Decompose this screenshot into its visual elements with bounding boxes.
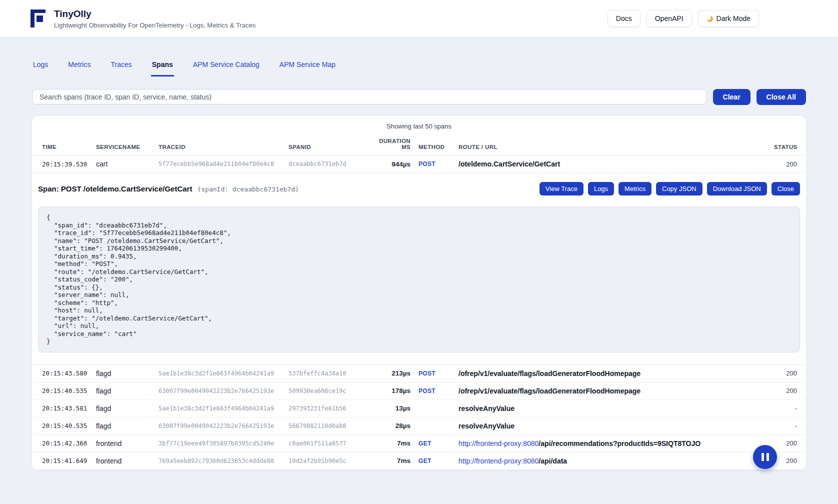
- span-duration: 28µs: [372, 417, 414, 434]
- col-status: STATUS: [770, 132, 806, 156]
- brand: TinyOlly Lightweight Observability For O…: [30, 8, 256, 29]
- dark-mode-button[interactable]: Dark Mode: [698, 10, 759, 27]
- tab-metrics[interactable]: Metrics: [67, 60, 92, 76]
- span-id: 10d2af2b91b90e5c: [284, 452, 372, 470]
- span-method: POST: [414, 382, 454, 400]
- span-trace-id: 63007f99e0049042223b2e766425193e: [154, 417, 284, 434]
- span-service: frontend: [92, 434, 154, 452]
- span-method: GET: [414, 452, 454, 470]
- tab-spans[interactable]: Spans: [151, 60, 174, 76]
- span-detail-id: (spanId: dceaabbc6731eb7d): [197, 186, 299, 193]
- span-time: 20:15:40.535: [32, 382, 92, 400]
- span-duration: 178µs: [372, 382, 414, 400]
- main-content: Logs Metrics Traces Spans APM Service Ca…: [0, 60, 838, 470]
- span-route: http://frontend-proxy:8080/api/recommend…: [454, 434, 770, 452]
- app-logo-icon: [30, 8, 47, 28]
- span-service: flagd: [92, 364, 154, 382]
- route-path: resolveAnyValue: [458, 422, 514, 430]
- span-detail-name: Span: POST /oteldemo.CartService/GetCart: [38, 184, 192, 193]
- span-status: 200: [770, 364, 806, 382]
- route-host-link[interactable]: http://frontend-proxy:8080: [458, 440, 538, 448]
- col-duration-ms: DURATION MS: [372, 132, 414, 156]
- pause-stream-button[interactable]: [753, 445, 777, 469]
- span-trace-id: 5f77ecebb5e968ad4e211b04ef80e4c8: [154, 156, 284, 173]
- span-method: [414, 417, 454, 434]
- span-trace-id: 769a5eeb892c79360d623653c4ddde88: [154, 452, 284, 470]
- download-json-button[interactable]: Download JSON: [707, 182, 767, 196]
- metrics-button[interactable]: Metrics: [618, 182, 652, 196]
- span-trace-id: 63007f99e0049042223b2e766425193e: [154, 382, 284, 400]
- search-input[interactable]: [32, 89, 707, 104]
- app-header: TinyOlly Lightweight Observability For O…: [0, 0, 838, 38]
- table-row[interactable]: 20:15:40.535 flagd 63007f99e0049042223b2…: [32, 382, 806, 400]
- span-time: 20:15:43.580: [32, 364, 92, 382]
- span-id: c0ae001f511a8577: [284, 434, 372, 452]
- route-path: /ofrep/v1/evaluate/flags/loadGeneratorFl…: [458, 370, 640, 378]
- span-service: cart: [92, 156, 154, 173]
- span-route: resolveAnyValue: [454, 417, 770, 434]
- span-detail-actions: View Trace Logs Metrics Copy JSON Downlo…: [540, 182, 800, 196]
- span-method: [414, 400, 454, 417]
- openapi-button[interactable]: OpenAPI: [646, 10, 692, 27]
- span-duration: 213µs: [372, 364, 414, 382]
- tab-traces[interactable]: Traces: [110, 60, 132, 76]
- route-path: /oteldemo.CartService/GetCart: [458, 160, 560, 168]
- table-row[interactable]: 20:15:43.581 flagd 5ae1b1e38c3d2f1e663f4…: [32, 400, 806, 417]
- docs-button[interactable]: Docs: [608, 10, 640, 27]
- moon-icon: [706, 16, 713, 22]
- route-path: resolveAnyValue: [458, 404, 514, 412]
- tab-apm-service-map[interactable]: APM Service Map: [278, 60, 336, 76]
- view-trace-button[interactable]: View Trace: [540, 182, 584, 196]
- span-service: frontend: [92, 452, 154, 470]
- span-method: GET: [414, 434, 454, 452]
- table-row[interactable]: 20:15:41.649 frontend 769a5eeb892c79360d…: [32, 452, 806, 470]
- col-spanid: SPANID: [284, 132, 372, 156]
- span-time: 20:15:39.530: [32, 156, 92, 173]
- span-id: 56679882110d0ab8: [284, 417, 372, 434]
- span-route: /ofrep/v1/evaluate/flags/loadGeneratorFl…: [454, 382, 770, 400]
- col-servicename: SERVICENAME: [92, 132, 154, 156]
- route-path: /api/recommendations?productIds=9SIQT8TO…: [538, 440, 700, 448]
- span-id: 297393231fe61b56: [284, 400, 372, 417]
- span-json-view: { "span_id": "dceaabbc6731eb7d", "trace_…: [38, 206, 800, 352]
- span-status: 200: [770, 156, 806, 173]
- close-all-button[interactable]: Close All: [756, 89, 806, 105]
- tab-apm-service-catalog[interactable]: APM Service Catalog: [192, 60, 260, 76]
- span-detail-row: Span: POST /oteldemo.CartService/GetCart…: [32, 173, 806, 365]
- tab-bar: Logs Metrics Traces Spans APM Service Ca…: [32, 60, 806, 76]
- route-host-link[interactable]: http://frontend-proxy:8080: [458, 457, 538, 465]
- span-route: /ofrep/v1/evaluate/flags/loadGeneratorFl…: [454, 364, 770, 382]
- copy-json-button[interactable]: Copy JSON: [656, 182, 702, 196]
- logs-button[interactable]: Logs: [588, 182, 614, 196]
- span-id: 509930ea606ce19c: [284, 382, 372, 400]
- dark-mode-label: Dark Mode: [716, 14, 750, 22]
- close-button[interactable]: Close: [772, 182, 800, 196]
- table-header-row: TIME SERVICENAME TRACEID SPANID DURATION…: [32, 132, 806, 156]
- span-service: flagd: [92, 417, 154, 434]
- span-time: 20:15:42.360: [32, 434, 92, 452]
- span-method: POST: [414, 364, 454, 382]
- spans-table-card: Showing last 50 spans TIME SERVICENAME T…: [32, 116, 806, 470]
- span-detail-header: Span: POST /oteldemo.CartService/GetCart…: [32, 173, 806, 200]
- span-route: resolveAnyValue: [454, 400, 770, 417]
- span-id: 537bfeffc4a34a10: [284, 364, 372, 382]
- span-time: 20:15:40.535: [32, 417, 92, 434]
- table-row[interactable]: 20:15:42.360 frontend 3bf77c19eee49f3058…: [32, 434, 806, 452]
- span-status: 200: [770, 382, 806, 400]
- span-trace-id: 3bf77c19eee49f305897b0395cd5240e: [154, 434, 284, 452]
- table-row[interactable]: 20:15:40.535 flagd 63007f99e0049042223b2…: [32, 417, 806, 434]
- pause-icon: [762, 453, 764, 461]
- span-duration: 7ms: [372, 452, 414, 470]
- app-title: TinyOlly: [54, 8, 256, 20]
- span-duration: 13µs: [372, 400, 414, 417]
- span-status: 200: [770, 434, 806, 452]
- span-method: POST: [414, 156, 454, 173]
- table-row[interactable]: 20:15:43.580 flagd 5ae1b1e38c3d2f1e663f4…: [32, 364, 806, 382]
- span-status: -: [770, 417, 806, 434]
- tab-logs[interactable]: Logs: [32, 60, 49, 76]
- span-route: /oteldemo.CartService/GetCart: [454, 156, 770, 173]
- span-trace-id: 5ae1b1e38c3d2f1e663f4964b04241a9: [154, 400, 284, 417]
- table-row[interactable]: 20:15:39.530 cart 5f77ecebb5e968ad4e211b…: [32, 156, 806, 173]
- clear-button[interactable]: Clear: [713, 89, 750, 105]
- span-service: flagd: [92, 382, 154, 400]
